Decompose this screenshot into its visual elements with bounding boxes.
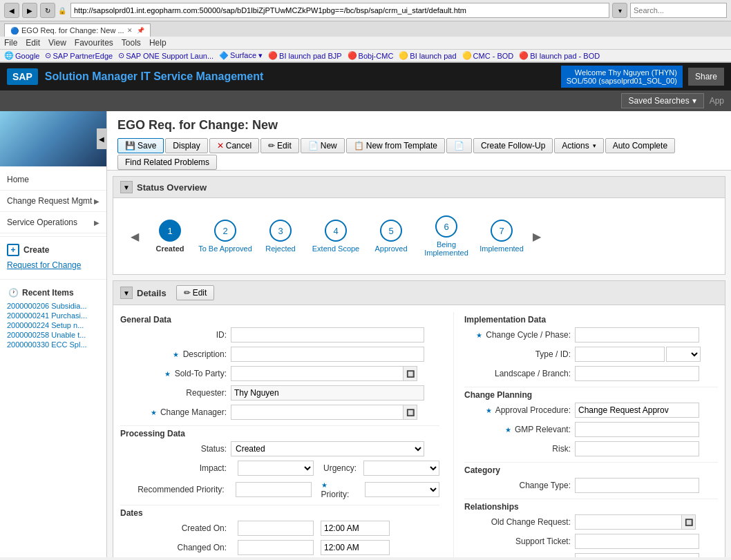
wf-step-1[interactable]: 1 Created — [142, 220, 198, 253]
share-button[interactable]: Share — [688, 68, 724, 86]
saved-searches-button[interactable]: Saved Searches ▾ — [621, 93, 704, 108]
id-type-select[interactable] — [666, 347, 701, 362]
bookmark-surface[interactable]: 🔷 Surface ▾ — [219, 51, 263, 60]
wf-prev-arrow[interactable]: ◀ — [127, 230, 142, 243]
old-change-input[interactable] — [575, 514, 682, 530]
wf-circle-5[interactable]: 5 — [380, 220, 402, 242]
menu-help[interactable]: Help — [149, 38, 167, 48]
refresh-button[interactable]: ↻ — [40, 3, 55, 18]
old-change-pick-icon[interactable]: 🔲 — [682, 514, 696, 530]
tab-title: EGO Req. for Change: New ... — [21, 26, 124, 35]
rec-priority-input[interactable] — [236, 482, 312, 497]
sidebar-toggle-button[interactable]: ◀ — [97, 128, 106, 149]
back-button[interactable]: ◀ — [4, 3, 19, 18]
created-on-time-input[interactable] — [321, 521, 390, 536]
changed-on-row: Changed On: — [120, 540, 439, 555]
menu-edit[interactable]: Edit — [26, 38, 40, 48]
wf-circle-6[interactable]: 6 — [435, 215, 457, 238]
new-button[interactable]: 📄 New — [301, 138, 345, 153]
bookmark-bi-bod[interactable]: 🔴 BI launch pad - BOD — [519, 51, 600, 60]
wf-label-4: Extend Scope — [312, 244, 360, 253]
created-on-date-input[interactable] — [238, 521, 314, 536]
actions-button[interactable]: Actions ▾ — [554, 138, 603, 153]
menu-favourites[interactable]: Favourites — [75, 38, 113, 48]
gmp-input[interactable] — [575, 422, 699, 437]
auto-complete-button[interactable]: Auto Complete — [605, 138, 675, 153]
tab-close-icon[interactable]: ✕ — [127, 27, 133, 34]
bookmark-sap-one[interactable]: ⊙ SAP ONE Support Laun... — [118, 51, 213, 60]
create-followup-button[interactable]: Create Follow-Up — [473, 138, 553, 153]
impact-select[interactable] — [238, 461, 314, 476]
recent-item-1[interactable]: 2000000241 Purchasi... — [7, 311, 99, 320]
recent-item-3[interactable]: 2000000258 Unable t... — [7, 331, 99, 339]
bookmark-cmc-bod[interactable]: 🟡 CMC - BOD — [462, 51, 514, 60]
save-icon: 💾 — [125, 141, 135, 151]
wf-step-7[interactable]: 7 Implemented — [474, 220, 529, 253]
wf-circle-7[interactable]: 7 — [491, 220, 513, 242]
recent-item-4[interactable]: 2000000330 ECC Spl... — [7, 340, 99, 349]
changed-on-date-input[interactable] — [238, 540, 314, 555]
bookmark-sap-partneredge[interactable]: ⊙ SAP PartnerEdge — [45, 51, 113, 60]
sidebar-item-service-ops[interactable]: Service Operations ▶ — [0, 212, 106, 233]
edit-button[interactable]: ✏ Edit — [260, 138, 299, 153]
wf-step-4[interactable]: 4 Extend Scope — [308, 220, 363, 253]
forward-button[interactable]: ▶ — [22, 3, 37, 18]
status-select[interactable]: Created — [231, 441, 424, 456]
wf-circle-3[interactable]: 3 — [269, 220, 292, 242]
menu-view[interactable]: View — [48, 38, 66, 48]
cancel-button[interactable]: ✕ Cancel — [209, 138, 259, 153]
change-manager-pick-icon[interactable]: 🔲 — [404, 405, 417, 420]
bookmark-bi[interactable]: 🟡 BI launch pad — [399, 51, 456, 60]
change-type-input[interactable] — [575, 478, 699, 493]
sidebar-item-home[interactable]: Home — [0, 169, 106, 191]
wf-circle-1[interactable]: 1 — [159, 220, 181, 242]
recent-item-2[interactable]: 2000000224 Setup n... — [7, 321, 99, 329]
new-from-template-button[interactable]: 📋 New from Template — [346, 138, 445, 153]
sold-to-input[interactable] — [231, 366, 404, 381]
bookmark-bi-bjp[interactable]: 🔴 BI launch pad BJP — [268, 51, 342, 60]
sold-to-pick-icon[interactable]: 🔲 — [404, 366, 417, 381]
details-collapse-button[interactable]: ▼ — [120, 287, 133, 299]
change-control-input[interactable] — [575, 553, 699, 557]
change-manager-input[interactable] — [231, 405, 404, 420]
urgency-select[interactable] — [363, 461, 439, 476]
wf-next-arrow[interactable]: ▶ — [529, 230, 544, 243]
status-collapse-button[interactable]: ▼ — [120, 181, 133, 193]
change-manager-input-wrapper: 🔲 — [231, 405, 417, 420]
request-for-change-link[interactable]: Request for Change — [7, 260, 99, 270]
address-bar[interactable] — [70, 3, 609, 18]
sidebar-item-change-request[interactable]: Change Request Mgmt ▶ — [0, 191, 106, 212]
menu-tools[interactable]: Tools — [122, 38, 141, 48]
go-button[interactable]: ▾ — [612, 3, 627, 18]
wf-circle-2[interactable]: 2 — [214, 220, 236, 242]
menu-file[interactable]: File — [4, 38, 17, 48]
display-button[interactable]: Display — [165, 138, 207, 153]
browser-tab[interactable]: 🔵 EGO Req. for Change: New ... ✕ 📌 — [4, 23, 151, 37]
id-input[interactable] — [231, 327, 424, 342]
wf-step-2[interactable]: 2 To Be Approved — [198, 220, 253, 253]
save-button[interactable]: 💾 Save — [117, 138, 164, 153]
search-input[interactable] — [630, 3, 727, 18]
tab-pin-icon[interactable]: 📌 — [137, 27, 144, 34]
wf-step-6[interactable]: 6 Being Implemented — [419, 215, 474, 257]
change-cycle-input[interactable] — [575, 327, 699, 342]
wf-step-5[interactable]: 5 Approved — [363, 220, 419, 253]
sidebar-change-label: Change Request Mgmt — [7, 196, 92, 206]
details-edit-button[interactable]: ✏ Edit — [176, 285, 215, 300]
bookmark-bobj-cmc[interactable]: 🔴 Bobj-CMC — [348, 51, 394, 60]
priority-select[interactable] — [365, 482, 439, 497]
approval-proc-input[interactable] — [575, 403, 699, 418]
find-related-button[interactable]: Find Related Problems — [117, 155, 217, 170]
app-link[interactable]: App — [710, 96, 724, 106]
type-input[interactable] — [575, 347, 665, 362]
landscape-input[interactable] — [575, 366, 699, 381]
support-ticket-input[interactable] — [575, 534, 699, 549]
wf-circle-4[interactable]: 4 — [325, 220, 347, 242]
recent-item-0[interactable]: 2000000206 Subsidia... — [7, 302, 99, 310]
risk-input[interactable] — [575, 441, 699, 456]
wf-step-3[interactable]: 3 Rejected — [253, 220, 308, 253]
bookmark-google[interactable]: 🌐 Google — [4, 51, 39, 60]
copy-button[interactable]: 📄 — [446, 138, 472, 153]
description-input[interactable] — [231, 347, 424, 362]
changed-on-time-input[interactable] — [321, 540, 390, 555]
